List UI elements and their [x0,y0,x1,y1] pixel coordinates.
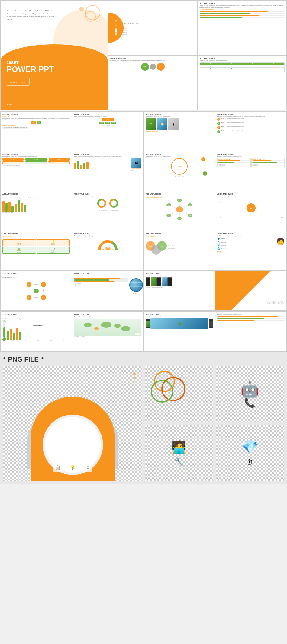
small-robot-area: 🧑‍💻 🔧 [145,425,213,481]
thumb-17-title: ADD A TITLE SLIDE [2,273,70,275]
two-col: ASADAL INTERNET, INC. • Click to add tex… [217,158,285,167]
blob-4 [121,326,130,331]
thumb-22: ADD A TITLE SLIDE Asadal has been runnin… [72,312,143,351]
thumb-11-title: ADD A TITLE SLIDE [146,193,213,195]
hier-bot: • text • text • text [101,125,114,127]
svg-text:TEXT: TEXT [178,200,181,201]
thermo-bulb-el [2,337,6,341]
thumb-2: ADD A TITLE SLIDE Asadal has been runnin… [72,112,143,151]
step-1: STEP 1 [2,158,24,161]
png-section: * PNG FILE * 📋 💡 🖥 [0,352,287,484]
hier-mid-2: TEXT [105,122,110,124]
thumb-5-body: Asadal has been running one of the bigge… [2,156,70,157]
thumb-10-title: ADD A TITLE SLIDE [74,193,141,195]
tools-emoji: 🔧 [174,457,184,466]
small-robot-emoji: 🧑‍💻 [171,440,186,454]
bar-3 [80,165,82,169]
asadal-inc: ASADAL INTERNET, INC. [2,125,70,126]
slide-content-area: ASADAL INTERNET, INC. [200,9,285,18]
png-title: * PNG FILE * [3,355,284,363]
insert-logo-text: INSERT LOGO [10,81,26,84]
svg-text:TEXT: TEXT [177,209,181,210]
venn-labels: • Click to add text • Click to add text … [168,245,213,249]
contents-orange-shape: CONTENTS [108,13,124,43]
blob-2 [101,322,111,328]
thumb-19: ADD A TITLE SLIDE Asadal has been runnin… [144,271,215,310]
thumb-9-title: ADD A TITLE SLIDE [2,193,70,195]
thermo-tube [3,322,5,337]
thumb-17-body: ASADAL INTERNET, INC. [2,277,70,279]
thumb-15-body: ASADAL INTERNET, INC. [146,238,213,239]
thumb-16-body: Asadal has been running one of the bigge… [217,235,285,237]
thumb-24-body: Asadal has been running one of the bigge… [217,314,285,315]
thumb-9-body: ASADAL INTERNET, INC. [2,196,70,197]
overlap-circles-display [145,366,213,422]
thumb-8: ADD A TITLE SLIDE Asadal has been runnin… [215,151,286,191]
icon-item-4: 🌐Click to add [217,247,276,250]
thumb-6-content: 🏔 ASADAL INTERNET INC. [74,158,141,171]
globe-sub: CLICK TO ADD TEXT [129,295,141,296]
filmstrip-area [146,277,213,286]
star-left: * [3,355,6,363]
numbered-list: 1Asadal is a Korean word meaning the ris… [217,118,285,134]
thumb-13: ADD A TITLE SLIDE CLICK TO ADD TEXT Asad… [1,231,72,270]
asadal-label-3: ASADAL INTERNET, INC. [146,131,213,132]
top-section: Started its business in Seoul Korea in F… [0,0,287,110]
film-main-img: 🌿 [150,318,208,329]
svg-text:TEXT: TEXT [188,204,192,206]
bar-l-2 [5,203,8,212]
reading-label: READING [248,198,253,200]
hierarchy: TEXT TEXT TEXT TEXT • text • text • text [74,118,141,127]
film-3 [156,277,161,286]
hier-mid: TEXT TEXT TEXT [99,122,116,124]
venn-area: TEXT TEXT TEXT • Click to add text • Cli… [146,240,213,255]
timer-emoji: ⏱ [246,458,253,467]
ring-node-2: T [203,171,207,176]
thumb-17-subtitle: CLICK TO ADD TEXT [2,275,70,277]
col-2: ASADAL INTERNET, INC. • Click to add tex… [251,158,285,167]
footer-text-5: • Click to add text • Click to add text [2,165,70,166]
thumb-8-body: Asadal has been running one of the bigge… [217,156,285,157]
thumb-1-subtitle: CLICK TO ADD TEXT [2,116,70,117]
slide-title-2: ADD A TITLE SLIDE [110,57,195,59]
thermo-area: 28kg TEMPERATURE Text Text T [2,320,70,341]
slide-title-3: ADD A TITLE SLIDE [200,57,285,59]
film-sprocket-left [146,319,150,328]
svg-text:TEXT: TEXT [167,204,170,206]
num-item-2: 2Asadal is a Korean word meaning the ris… [217,122,285,125]
gauge-svg: 75% [98,238,118,252]
hier-mid-3: TEXT [111,122,116,124]
thermo-fill-level [3,327,5,337]
thumb-14-body: Asadal has been running one of the bigge… [74,235,141,237]
thumb-2-body: Asadal has been running one of the bigge… [74,116,141,117]
thumb-12: ADD A TITLE SLIDE Asadal has been runnin… [215,191,286,231]
body-text-area: Started its business in Seoul Korea in F… [7,10,55,21]
icon-list: 👤ASADAL 🔧Click to add 📧Click to add 🌐Cli… [217,238,276,250]
svg-text:TEXT: TEXT [178,218,181,219]
temp-bar-chart: TEMPERATURE Text Text Text Text Text [7,325,70,341]
slide-title: ADD A TITLE SLIDE [200,2,285,4]
num-item-3: 3Asadal is a Korean word meaning the ris… [217,126,285,129]
org-top: TEXT TEXT [2,121,70,124]
temp-labels: Text Text Text Text Text [7,340,70,341]
film-4 [162,277,167,286]
asadal-label: ASADAL INTERNET, INC. [110,71,195,73]
thumb-15: ADD A TITLE SLIDE CLICK TO ADD TEXT ASAD… [144,231,215,270]
thumb-23: ADD A TITLE SLIDE Asadal has been runnin… [144,312,215,351]
thumb-15-subtitle: CLICK TO ADD TEXT [146,235,213,237]
map-legend: ■ Category A ■ Category B [74,336,141,337]
ty-sub: Click to add [277,306,284,308]
x-line-h2 [34,297,38,298]
ig-2: 💡 ASADAL Add Text [37,239,70,246]
thumb-14-title: ADD A TITLE SLIDE [74,233,141,235]
add-label-2: ADD [280,217,283,218]
png-small-robot: 🧑‍💻 🔧 [145,425,213,481]
icon-3: 🖥 [83,463,92,472]
bar-l-4 [11,206,14,212]
icon-grid: 📋 ASADAL Add Text 💡 ASADAL Add Text 🔒 AS… [2,239,70,254]
thumb-16-title: ADD A TITLE SLIDE [217,233,285,235]
thumb-11-sub2: A leads to the lining and a watermark [146,197,213,198]
main-slide: Started its business in Seoul Korea in F… [1,1,108,110]
thumb-18-content: • Click to add text• Click to add text• … [74,277,141,296]
icon-item-3: 📧Click to add [217,244,276,247]
